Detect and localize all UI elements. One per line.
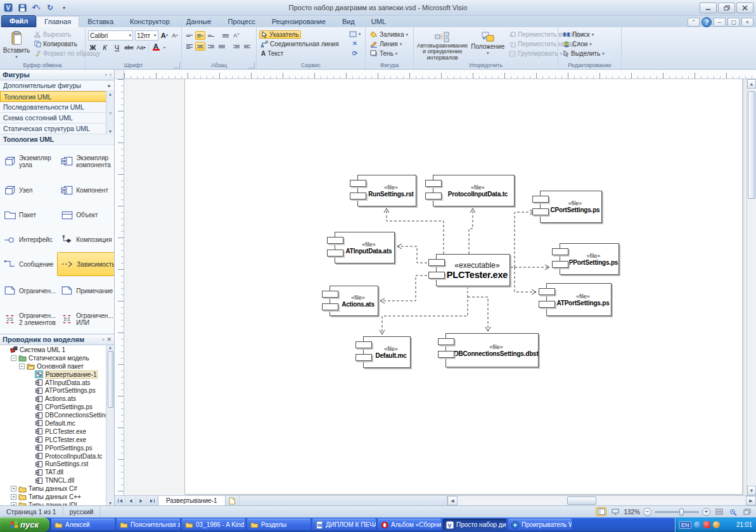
pane-view-icon[interactable] <box>596 507 606 516</box>
ribbon-tab-данные[interactable]: Данные <box>178 16 220 27</box>
uml-component-pportsettings.ps[interactable]: «file»PPortSettings.ps <box>560 243 619 275</box>
stencil-shape-component[interactable]: Компонент <box>57 179 114 203</box>
justify-button[interactable] <box>217 42 227 51</box>
doc-close-button[interactable]: × <box>741 18 753 27</box>
tree-item-atinputdata.ats[interactable]: ATInputData.ats <box>0 379 114 387</box>
switch-windows-icon[interactable] <box>741 507 752 516</box>
position-button[interactable]: Положение▾ <box>470 29 505 60</box>
taskbar-button-пояснительная-запи-[interactable]: Пояснительная запи... <box>117 519 180 531</box>
scroll-right-icon[interactable]: ▶ <box>746 496 756 505</box>
stencil-shape-composition[interactable]: Композиция <box>57 228 114 252</box>
panel-float-icon[interactable]: ▫ <box>102 336 104 343</box>
tree-item-pportsettings.ps[interactable]: PPortSettings.ps <box>0 444 114 452</box>
fill-button[interactable]: Заливка▾ <box>368 30 410 39</box>
visio-logo-icon[interactable]: V <box>3 2 14 13</box>
stencil-section-статическая-структура-uml[interactable]: Статическая структура UML <box>0 124 114 134</box>
taskbar-button-диплом-к-печати-[interactable]: WДИПЛОМ К ПЕЧАТИ... <box>312 519 376 531</box>
zoom-level-label[interactable]: 132% <box>624 509 640 516</box>
uml-component-actions.ats[interactable]: «file»Actions.ats <box>330 286 378 316</box>
stencil-shape-package[interactable]: Пакет <box>0 203 57 227</box>
insert-page-icon[interactable] <box>226 496 240 505</box>
tray-antivirus-icon[interactable] <box>703 521 710 528</box>
align-center-button[interactable] <box>195 42 205 51</box>
tree-item-actions.ats[interactable]: Actions.ats <box>0 395 114 403</box>
uml-component-protocolinputdata.tc[interactable]: «file»ProtocolInputData.tc <box>433 175 515 206</box>
uml-component-plctester.exe[interactable]: «executable»PLCTester.exe <box>436 254 510 286</box>
ribbon-tab-главная[interactable]: Главная <box>36 16 79 27</box>
auto-align-button[interactable]: Автовыравнивание и определение интервало… <box>416 29 468 60</box>
taskbar-button-алексей[interactable]: Алексей <box>51 519 115 531</box>
font-size-combo[interactable]: 12пт▾ <box>135 30 158 41</box>
tree-item-основной-пакет[interactable]: −Основной пакет <box>0 362 114 370</box>
ribbon-tab-вставка[interactable]: Вставка <box>79 16 122 27</box>
align-top-button[interactable] <box>184 31 195 40</box>
doc-minimize-button[interactable]: – <box>714 18 726 27</box>
panel-close-icon[interactable]: ✕ <box>106 336 112 343</box>
panel-collapse-icon[interactable]: ‹ <box>110 72 112 78</box>
undo-icon[interactable]: ↶▾ <box>30 2 42 13</box>
shadow-button[interactable]: Тень▾ <box>368 49 410 58</box>
stencil-section-последовательности-uml[interactable]: Последовательности UML <box>0 102 114 113</box>
collapse-icon[interactable]: − <box>11 355 16 361</box>
stencil-shape-message[interactable]: Сообщение <box>0 252 57 276</box>
bullets-button[interactable] <box>221 31 231 40</box>
stencil-shape-constraint-2[interactable]: Ограничен...2 элементов <box>0 305 57 333</box>
stencil-shape-node-instance[interactable]: Экземплярузла <box>0 145 57 178</box>
scroll-up-icon[interactable]: ▲ <box>747 79 756 89</box>
first-page-icon[interactable] <box>115 496 125 505</box>
tree-item-система-uml-1[interactable]: Система UML 1 <box>0 346 114 354</box>
paste-button[interactable]: Вставить▾ <box>3 29 30 60</box>
stencil-shape-object[interactable]: Объект <box>57 203 114 227</box>
stencil-shape-node[interactable]: Узел <box>0 179 57 203</box>
scroll-left-icon[interactable]: ◀ <box>447 496 458 505</box>
rotate-tool-button[interactable]: ⟳ <box>350 49 359 58</box>
stencil-shape-note[interactable]: Примечание <box>57 277 114 305</box>
minimize-button[interactable] <box>700 3 717 13</box>
uml-component-default.mc[interactable]: «file»Default.mc <box>363 336 411 368</box>
next-page-icon[interactable] <box>136 496 147 505</box>
font-dialog-launcher-icon[interactable] <box>174 62 180 68</box>
uml-component-atinputdata.ats[interactable]: «file»ATInputData.ats <box>335 232 395 263</box>
ribbon-tab-конструктор[interactable]: Конструктор <box>122 16 178 27</box>
expand-icon[interactable]: + <box>11 494 16 500</box>
line-button[interactable]: Линия▾ <box>368 40 410 48</box>
doc-restore-button[interactable]: ▢ <box>727 18 740 27</box>
align-middle-button[interactable] <box>195 31 205 40</box>
redo-icon[interactable]: ↻ <box>44 2 56 13</box>
status-language-indicator[interactable]: русский <box>63 506 101 517</box>
ribbon-tab-процесс[interactable]: Процесс <box>220 16 264 27</box>
strikethrough-button[interactable]: abc <box>124 42 134 52</box>
tree-item-plctester.exe[interactable]: PLCTester.exe <box>0 428 114 436</box>
minimize-ribbon-icon[interactable]: ⌃ <box>688 18 700 27</box>
taskbar-button-просто-набор-диагр-[interactable]: VПросто набор диагр... <box>443 519 506 531</box>
clock[interactable]: 21:01 <box>736 521 752 528</box>
stencil-shape-constraint[interactable]: Ограничен... <box>0 277 57 305</box>
qat-customize-icon[interactable]: ▾ <box>58 2 70 13</box>
vertical-scrollbar[interactable]: ▲ ▼ <box>746 79 756 495</box>
stencil-shape-interface[interactable]: Интерфейс <box>0 228 57 252</box>
zoom-window-icon[interactable] <box>727 507 738 516</box>
tray-volume-icon[interactable] <box>713 521 720 528</box>
model-tree-scrollbar[interactable]: ▲▼ <box>106 345 114 505</box>
stencil-section-scrollbar[interactable]: ▲≡▼ <box>106 91 114 134</box>
taskbar-button-проигрыватель-win-[interactable]: Проигрыватель Win... <box>508 519 572 531</box>
page-tab-razvertyvanie[interactable]: Развертывание-1 <box>158 496 226 505</box>
prev-page-icon[interactable] <box>125 496 136 505</box>
zoom-slider[interactable] <box>655 511 699 513</box>
stencil-section-схема-состояний-uml[interactable]: Схема состояний UML <box>0 113 114 124</box>
align-bottom-button[interactable] <box>206 31 216 40</box>
find-button[interactable]: Поиск▾ <box>561 30 606 39</box>
rectangle-tool-button[interactable]: ▾ <box>347 30 363 38</box>
taskbar-button-03-1986-a-kind-of-[interactable]: 03_1986 - A Kind Of ... <box>182 519 245 531</box>
stencil-shape-component-instance[interactable]: Экземпляркомпонента <box>57 145 114 178</box>
shrink-font-button[interactable]: A˅ <box>170 30 179 40</box>
underline-button[interactable]: Ч <box>112 42 122 52</box>
close-button[interactable] <box>736 3 753 13</box>
pointer-tool-button[interactable]: Указатель <box>259 30 301 39</box>
vertical-scroll-thumb[interactable] <box>748 91 755 199</box>
expand-icon[interactable]: + <box>11 486 16 491</box>
language-indicator[interactable]: EN <box>679 521 691 529</box>
ribbon-tab-рецензирование[interactable]: Рецензирование <box>264 16 334 27</box>
last-page-icon[interactable] <box>147 496 158 505</box>
uml-component-runsettings.rst[interactable]: «file»RunSettings.rst <box>357 175 416 206</box>
